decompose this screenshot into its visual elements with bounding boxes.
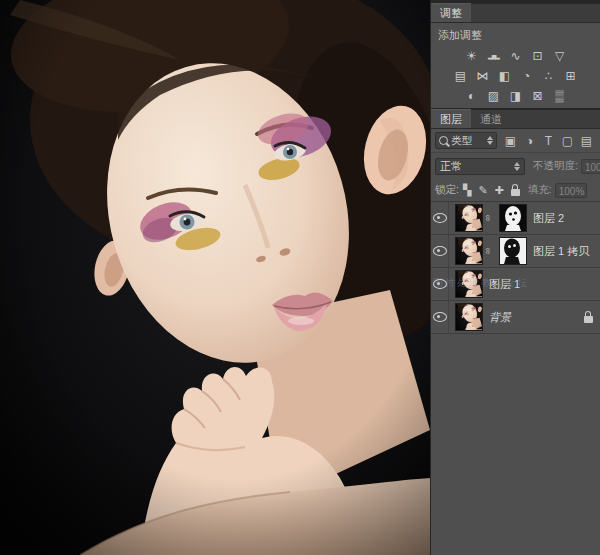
eye-icon (433, 279, 447, 289)
levels-icon[interactable]: ▂▅▂ (484, 48, 503, 64)
hue-saturation-icon[interactable]: ▤ (451, 68, 470, 84)
layer-thumbnail[interactable] (455, 270, 483, 298)
layer-row-layer1-copy[interactable]: ∞ 图层 1 拷贝 (431, 235, 600, 268)
color-balance-icon[interactable]: ⋈ (473, 68, 492, 84)
fill-value-field[interactable]: 100% (555, 183, 587, 198)
adjustment-icon-row-2: ▤⋈◧◔∴⊞ (431, 66, 600, 86)
blend-mode-dropdown[interactable]: 正常 (435, 158, 525, 175)
layers-tab-bar: 图层 通道 (431, 110, 600, 129)
layer-name[interactable]: 图层 1 (489, 277, 520, 292)
layer-filter-icons: ▣◑T▢▤ (504, 134, 593, 148)
visibility-toggle[interactable] (431, 301, 449, 333)
lock-row: 锁定: ▚✎✚ 填充: 100% (431, 179, 600, 202)
panel-empty-area (431, 334, 600, 555)
blend-mode-row: 正常 不透明度: 100% (431, 153, 600, 179)
vibrance-icon[interactable]: ▽ (550, 48, 569, 64)
tab-channels[interactable]: 通道 (471, 110, 511, 128)
panel-column: 调整 添加调整 ☀▂▅▂∿⊡▽ ▤⋈◧◔∴⊞ ◐▨◨⊠▒ 图层 通道 类型 ▣◑… (430, 0, 600, 555)
eye-icon (433, 312, 447, 322)
lock-transparency-icon[interactable]: ▚ (463, 184, 471, 197)
exposure-icon[interactable]: ⊡ (528, 48, 547, 64)
layer-mask-thumbnail[interactable] (499, 204, 527, 232)
opacity-label: 不透明度: (533, 159, 578, 173)
layer-filter-row: 类型 ▣◑T▢▤ (431, 129, 600, 153)
threshold-icon[interactable]: ◨ (506, 88, 525, 104)
fill-label: 填充: (528, 183, 552, 197)
search-icon (439, 136, 448, 145)
brightness-contrast-icon[interactable]: ☀ (462, 48, 481, 64)
filter-kind-label: 类型 (451, 134, 472, 148)
gradient-map-icon[interactable]: ⊠ (528, 88, 547, 104)
layer-mask-thumbnail[interactable] (499, 237, 527, 265)
filter-kind-dropdown[interactable]: 类型 (435, 132, 497, 149)
filter-pixel-layers-icon[interactable]: ▣ (504, 134, 517, 148)
photo-filter-icon[interactable]: ◔ (517, 68, 536, 84)
layer-thumbnail[interactable] (455, 303, 483, 331)
lock-all-icon[interactable] (511, 189, 520, 196)
eye-icon (433, 246, 447, 256)
layer-thumbnail[interactable] (455, 204, 483, 232)
tab-adjustments[interactable]: 调整 (431, 3, 471, 22)
layer-row-background[interactable]: 背景 (431, 301, 600, 334)
add-adjustment-label: 添加调整 (431, 26, 600, 46)
filter-type-layers-icon[interactable]: T (542, 134, 555, 148)
visibility-toggle[interactable] (431, 235, 449, 267)
visibility-toggle[interactable] (431, 268, 449, 300)
tab-layers[interactable]: 图层 (431, 109, 471, 128)
layer-list: ∞ 图层 2 ∞ 图层 1 拷贝 (431, 202, 600, 334)
posterize-icon[interactable]: ▨ (484, 88, 503, 104)
adjustment-icon-row-1: ☀▂▅▂∿⊡▽ (431, 46, 600, 66)
lock-pixels-icon[interactable]: ✎ (478, 184, 487, 197)
channel-mixer-icon[interactable]: ∴ (539, 68, 558, 84)
color-lookup-icon[interactable]: ⊞ (561, 68, 580, 84)
portrait-photo (0, 0, 430, 555)
curves-icon[interactable]: ∿ (506, 48, 525, 64)
adjustments-tab-bar: 调整 (431, 4, 600, 23)
layer-name[interactable]: 背景 (489, 310, 511, 325)
visibility-toggle[interactable] (431, 202, 449, 234)
layer-row-layer1[interactable]: 图层 1 (431, 268, 600, 301)
blend-mode-value: 正常 (440, 159, 462, 174)
layer-thumbnail[interactable] (455, 237, 483, 265)
filter-smart-objects-icon[interactable]: ▤ (580, 134, 593, 148)
lock-icon (584, 316, 593, 323)
layer-name[interactable]: 图层 1 拷贝 (533, 244, 589, 259)
document-canvas[interactable] (0, 0, 430, 555)
invert-icon[interactable]: ◐ (462, 88, 481, 104)
adjustments-panel: 添加调整 ☀▂▅▂∿⊡▽ ▤⋈◧◔∴⊞ ◐▨◨⊠▒ (431, 23, 600, 108)
link-icon: ∞ (483, 246, 493, 256)
link-icon: ∞ (483, 213, 493, 223)
black-white-icon[interactable]: ◧ (495, 68, 514, 84)
adjustment-icon-row-3: ◐▨◨⊠▒ (431, 86, 600, 106)
filter-adjustment-layers-icon[interactable]: ◑ (523, 134, 536, 148)
updown-arrows-icon (487, 136, 493, 145)
filter-shape-layers-icon[interactable]: ▢ (561, 134, 574, 148)
lock-label: 锁定: (435, 183, 459, 197)
layer-name[interactable]: 图层 2 (533, 211, 564, 226)
eye-icon (433, 213, 447, 223)
selective-color-icon[interactable]: ▒ (550, 88, 569, 104)
photoshop-window: 调整 添加调整 ☀▂▅▂∿⊡▽ ▤⋈◧◔∴⊞ ◐▨◨⊠▒ 图层 通道 类型 ▣◑… (0, 0, 600, 555)
opacity-value-field[interactable]: 100% (581, 159, 600, 174)
lock-position-icon[interactable]: ✚ (495, 184, 504, 197)
updown-arrows-icon (514, 162, 520, 171)
layer-row-layer2[interactable]: ∞ 图层 2 (431, 202, 600, 235)
lock-icons: ▚✎✚ (463, 184, 520, 197)
